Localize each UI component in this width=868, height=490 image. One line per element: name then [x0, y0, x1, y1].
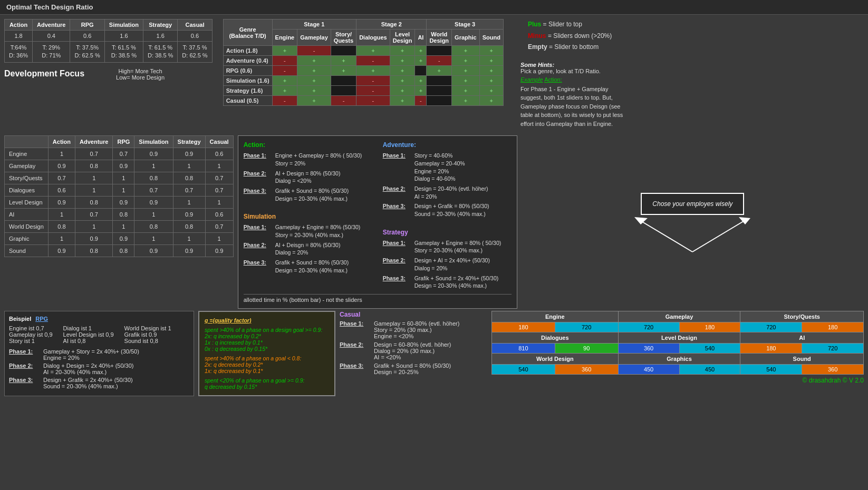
genre-cell	[427, 96, 452, 106]
focus-cell: 0.6	[48, 184, 75, 197]
focus-cell: 0.7	[113, 148, 134, 160]
q-green5: spent <20% of a phase on a goal >= 0.9:	[205, 377, 329, 384]
focus-table: Action Adventure RPG Simulation Strategy…	[4, 135, 234, 257]
genre-cell: +	[297, 66, 331, 76]
q-factor-box: q =(quality factor) spent >40% of a phas…	[198, 311, 335, 396]
focus-row-label: Engine	[5, 148, 49, 160]
q-green1: spent >40% of a phase on a design goal >…	[205, 327, 329, 333]
slider-ai-header: AI	[740, 332, 864, 343]
ratio-val-casual: 0.6	[178, 31, 212, 42]
genre-cell: +	[415, 56, 427, 66]
sim-phase3-label: Phase 3:	[244, 259, 275, 274]
strat-phase3-label: Phase 3:	[383, 275, 414, 290]
s-gameplay-1: 720	[618, 322, 679, 332]
hints-action-label: Action:	[544, 76, 562, 83]
focus-cell: 0.6	[205, 148, 233, 160]
s-level-1: 360	[618, 343, 679, 353]
genre-cell: +	[297, 96, 331, 106]
legend-minus: Minus	[528, 32, 546, 40]
focus-header-casual: Casual	[205, 136, 233, 148]
genre-cell: -	[272, 96, 297, 106]
q-orange3: 1x: q decreased by 0.1*	[205, 368, 329, 374]
focus-row-label: Dialogues	[5, 184, 49, 197]
ratio-pct-rpg: T: 37.5%D: 62.5 %	[70, 42, 104, 63]
genre-cell	[427, 86, 452, 96]
casual-phase2-label: Phase 2:	[340, 341, 374, 360]
slider-engine-header: Engine	[492, 311, 619, 322]
q-green3: 1x : q increased by 0.1*	[205, 339, 329, 346]
genre-cell: +	[452, 76, 480, 86]
genre-cell: +	[356, 66, 390, 76]
action-title: Action:	[244, 141, 372, 149]
stage1-header: Stage 1	[272, 19, 356, 30]
focus-cell: 1	[113, 172, 134, 184]
ratio-val-rpg: 0.6	[70, 31, 104, 42]
strat-phase2-label: Phase 2:	[383, 257, 414, 272]
action-phase2-label: Phase 2:	[244, 170, 275, 185]
ratio-header-simulation: Simulation	[104, 19, 143, 31]
focus-cell: 0.8	[75, 245, 113, 257]
focus-cell: 0.9	[205, 245, 233, 257]
hints-line1: Pick a genre, look at T/D Ratio.	[520, 68, 630, 74]
genre-cell: +	[479, 46, 503, 56]
s-ai-2: 720	[802, 343, 864, 353]
strat-phase1-label: Phase 1:	[383, 239, 414, 254]
s-engine-2: 720	[555, 322, 618, 332]
focus-cell: 0.9	[48, 160, 75, 172]
casual-phase3-content: Grafik + Sound = 80% (50/30)Design = 20-…	[374, 362, 451, 375]
hints-text: For Phase 1 - Engine + Gameplay suggest,…	[520, 85, 630, 129]
arrow-decoration	[613, 210, 771, 273]
focus-cell: 1	[113, 184, 134, 197]
focus-header-action: Action	[48, 136, 75, 148]
focus-cell: 0.8	[75, 160, 113, 172]
phase-info-box: Action: Phase 1: Engine + Gameplay = 80%…	[238, 135, 517, 309]
genre-cell: -	[356, 56, 390, 66]
focus-row-label: Graphic	[5, 233, 49, 245]
app-title: Optimal Tech Design Ratio	[6, 3, 93, 11]
beispiel-title: Beispiel	[9, 316, 31, 322]
svg-line-1	[692, 220, 745, 252]
action-phase2-content: AI + Design = 80% (50/30)Dialog = <20%	[275, 170, 372, 185]
genre-cell: +	[427, 66, 452, 76]
action-phase3-label: Phase 3:	[244, 187, 275, 202]
casual-phase1-content: Gameplay = 60-80% (evtl. höher)Story = 2…	[374, 320, 459, 339]
focus-cell: 1	[205, 197, 233, 209]
focus-cell: 0.9	[173, 209, 205, 221]
q-orange2: 2x: q decreased by 0.2*	[205, 361, 329, 368]
focus-cell: 1	[48, 233, 75, 245]
ratio-table: Action Adventure RPG Simulation Strategy…	[4, 19, 213, 63]
s-world-1: 540	[492, 364, 555, 374]
svg-line-0	[640, 220, 692, 252]
copyright: © drasahdrah © V 2.0	[491, 377, 864, 384]
col-story: Story/Quests	[331, 30, 356, 46]
genre-cell	[415, 66, 427, 76]
ratio-pct-adventure: T: 29%D: 71%	[33, 42, 70, 63]
genre-cell: +	[297, 56, 331, 66]
slider-gameplay-header: Gameplay	[618, 311, 740, 322]
focus-cell: 0.7	[134, 184, 173, 197]
genre-cell: +	[452, 96, 480, 106]
strat-phase3-content: Grafik + Sound = 2x 40%+ (50/30)Design =…	[414, 275, 512, 290]
focus-cell: 1	[173, 233, 205, 245]
adv-phase2-label: Phase 2:	[383, 185, 414, 200]
legend-box: Plus = Slider to top Minus = Sliders dow…	[528, 19, 633, 53]
high-low-annotation: High= More TechLow= More Design	[116, 68, 165, 81]
legend-empty: Empty	[528, 43, 547, 51]
focus-cell: 0.9	[113, 233, 134, 245]
genre-cell	[427, 46, 452, 56]
sim-phase3-content: Grafik + Sound = 80% (50/30)Design = 20-…	[275, 259, 372, 274]
ratio-header-adventure: Adventure	[33, 19, 70, 31]
genre-cell: +	[479, 66, 503, 76]
beispiel-phases: Phase 1: Gameplay + Story = 2x 40%+ (30/…	[9, 348, 189, 389]
genre-cell: +	[297, 76, 331, 86]
col-world-design: WorldDesign	[427, 30, 452, 46]
q-green4: 0x : q decreased by 0.15*	[205, 346, 329, 352]
focus-cell: 1	[173, 160, 205, 172]
focus-cell: 1	[75, 184, 113, 197]
rpg-link[interactable]: RPG	[35, 316, 48, 322]
simulation-title: Simulation	[244, 213, 372, 220]
focus-cell: 0.8	[173, 172, 205, 184]
genre-row-label: Adventure (0.4)	[223, 56, 272, 66]
col-ai: AI	[415, 30, 427, 46]
focus-cell: 0.9	[48, 197, 75, 209]
